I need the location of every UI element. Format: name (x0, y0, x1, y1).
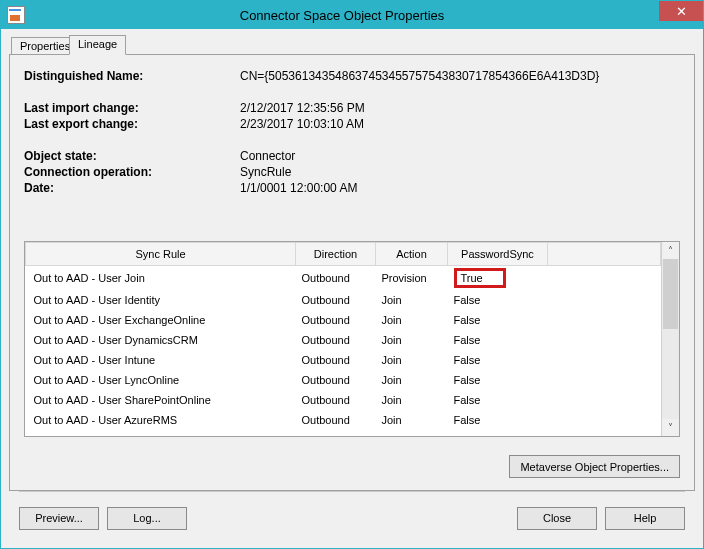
close-icon: ✕ (676, 5, 687, 18)
col-sync-rule[interactable]: Sync Rule (26, 243, 296, 266)
cell-direction: Outbound (296, 390, 376, 410)
col-spacer (548, 243, 661, 266)
cell-action: Join (376, 290, 448, 310)
table-row[interactable]: Out to AAD - User DynamicsCRMOutboundJoi… (26, 330, 661, 350)
dialog-window: Connector Space Object Properties ✕ Prop… (0, 0, 704, 549)
cell-password-sync: False (448, 350, 548, 370)
object-state-label: Object state: (24, 149, 234, 163)
cell-direction: Outbound (296, 330, 376, 350)
table-row[interactable]: Out to AAD - User LyncOnlineOutboundJoin… (26, 370, 661, 390)
cell-direction: Outbound (296, 310, 376, 330)
scroll-thumb[interactable] (663, 259, 678, 329)
dn-label: Distinguished Name: (24, 69, 234, 83)
preview-button[interactable]: Preview... (19, 507, 99, 530)
cell-password-sync: False (448, 310, 548, 330)
cell-action: Join (376, 410, 448, 430)
cell-action: Join (376, 390, 448, 410)
cell-action: Join (376, 350, 448, 370)
col-action[interactable]: Action (376, 243, 448, 266)
tab-lineage[interactable]: Lineage (69, 35, 126, 55)
dialog-button-bar: Preview... Log... Close Help (9, 492, 695, 538)
titlebar[interactable]: Connector Space Object Properties ✕ (1, 1, 703, 29)
close-button[interactable]: Close (517, 507, 597, 530)
cell-direction: Outbound (296, 290, 376, 310)
cell-spacer (548, 290, 661, 310)
last-export-label: Last export change: (24, 117, 234, 131)
cell-password-sync: False (448, 410, 548, 430)
tab-label: Lineage (78, 38, 117, 50)
conn-op-label: Connection operation: (24, 165, 234, 179)
cell-action: Join (376, 330, 448, 350)
cell-direction: Outbound (296, 350, 376, 370)
cell-spacer (548, 350, 661, 370)
help-button[interactable]: Help (605, 507, 685, 530)
last-import-label: Last import change: (24, 101, 234, 115)
sync-rule-table[interactable]: Sync Rule Direction Action PasswordSync … (25, 242, 661, 430)
cell-spacer (548, 310, 661, 330)
cell-sync-rule: Out to AAD - User ExchangeOnline (26, 310, 296, 330)
scroll-up-button[interactable]: ˄ (662, 242, 679, 259)
tab-label: Properties (20, 40, 70, 52)
table-header-row: Sync Rule Direction Action PasswordSync (26, 243, 661, 266)
cell-sync-rule: Out to AAD - User DynamicsCRM (26, 330, 296, 350)
details-grid: Distinguished Name: CN={5053613435486374… (24, 69, 680, 195)
cell-action: Provision (376, 266, 448, 291)
object-state-value: Connector (240, 149, 680, 163)
cell-sync-rule: Out to AAD - User Join (26, 266, 296, 291)
metaverse-object-properties-button[interactable]: Metaverse Object Properties... (509, 455, 680, 478)
table-row[interactable]: Out to AAD - User IntuneOutboundJoinFals… (26, 350, 661, 370)
cell-spacer (548, 390, 661, 410)
window-title: Connector Space Object Properties (25, 8, 659, 23)
cell-sync-rule: Out to AAD - User SharePointOnline (26, 390, 296, 410)
client-area: Properties Lineage Distinguished Name: C… (1, 29, 703, 548)
col-direction[interactable]: Direction (296, 243, 376, 266)
table-row[interactable]: Out to AAD - User JoinOutboundProvisionT… (26, 266, 661, 291)
cell-direction: Outbound (296, 266, 376, 291)
password-sync-highlight: True (454, 268, 506, 288)
chevron-up-icon: ˄ (668, 245, 673, 256)
table-row[interactable]: Out to AAD - User SharePointOnlineOutbou… (26, 390, 661, 410)
scroll-track[interactable] (662, 259, 679, 419)
table-row[interactable]: Out to AAD - User ExchangeOnlineOutbound… (26, 310, 661, 330)
cell-direction: Outbound (296, 410, 376, 430)
cell-spacer (548, 410, 661, 430)
cell-sync-rule: Out to AAD - User Intune (26, 350, 296, 370)
log-button[interactable]: Log... (107, 507, 187, 530)
cell-action: Join (376, 310, 448, 330)
cell-spacer (548, 370, 661, 390)
cell-password-sync: False (448, 390, 548, 410)
date-label: Date: (24, 181, 234, 195)
app-icon (7, 6, 25, 24)
cell-spacer (548, 330, 661, 350)
cell-password-sync: False (448, 330, 548, 350)
cell-sync-rule: Out to AAD - User LyncOnline (26, 370, 296, 390)
table-row[interactable]: Out to AAD - User AzureRMSOutboundJoinFa… (26, 410, 661, 430)
cell-password-sync: False (448, 290, 548, 310)
col-password-sync[interactable]: PasswordSync (448, 243, 548, 266)
last-import-value: 2/12/2017 12:35:56 PM (240, 101, 680, 115)
cell-action: Join (376, 370, 448, 390)
last-export-value: 2/23/2017 10:03:10 AM (240, 117, 680, 131)
sync-rule-list: Sync Rule Direction Action PasswordSync … (24, 241, 680, 437)
cell-direction: Outbound (296, 370, 376, 390)
table-row[interactable]: Out to AAD - User IdentityOutboundJoinFa… (26, 290, 661, 310)
scroll-down-button[interactable]: ˅ (662, 419, 679, 436)
cell-sync-rule: Out to AAD - User AzureRMS (26, 410, 296, 430)
dn-value: CN={505361343548637453455757543830717854… (240, 69, 680, 83)
tabstrip: Properties Lineage (9, 35, 695, 55)
window-close-button[interactable]: ✕ (659, 1, 703, 21)
lineage-panel: Distinguished Name: CN={5053613435486374… (9, 54, 695, 491)
cell-password-sync: False (448, 370, 548, 390)
date-value: 1/1/0001 12:00:00 AM (240, 181, 680, 195)
table-scrollbar[interactable]: ˄ ˅ (661, 242, 679, 436)
chevron-down-icon: ˅ (668, 422, 673, 433)
conn-op-value: SyncRule (240, 165, 680, 179)
cell-password-sync: True (448, 266, 548, 291)
cell-sync-rule: Out to AAD - User Identity (26, 290, 296, 310)
cell-spacer (548, 266, 661, 291)
